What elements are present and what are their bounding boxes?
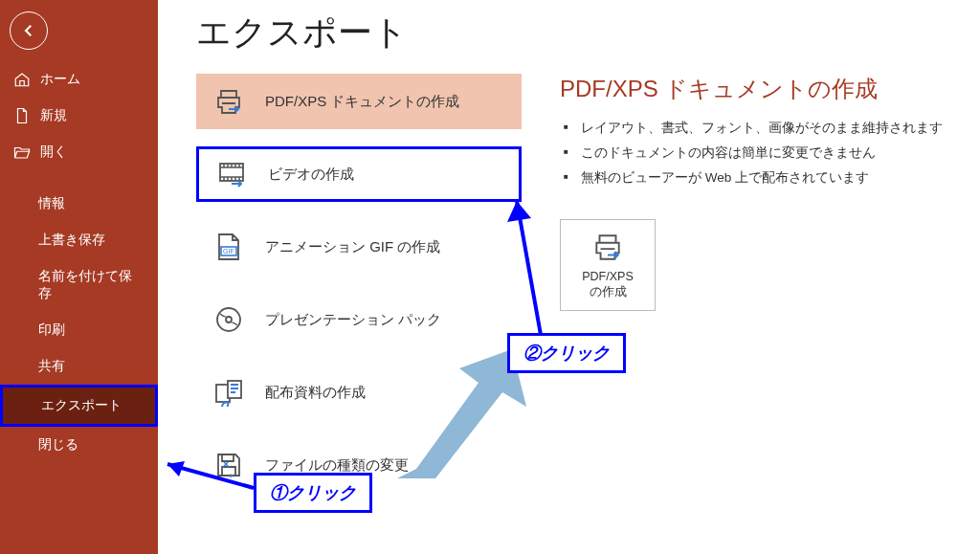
handout-icon — [213, 377, 244, 408]
export-option-changetype[interactable]: ファイルの種類の変更 — [196, 437, 522, 493]
option-label: 配布資料の作成 — [265, 384, 366, 402]
sidebar-item-info[interactable]: 情報 — [0, 186, 158, 222]
sidebar-item-saveas[interactable]: 名前を付けて保存 — [0, 258, 158, 312]
option-label: ビデオの作成 — [268, 166, 354, 184]
printer-arrow-icon — [213, 86, 244, 117]
export-option-video[interactable]: ビデオの作成 — [196, 146, 522, 202]
disc-icon — [213, 304, 244, 335]
svg-text:GIF: GIF — [223, 248, 234, 255]
app-root: ホーム 新規 開く 情報 上書き保存 名前を付けて保存 印刷 共有 エクスポート… — [0, 0, 980, 554]
export-option-handout[interactable]: 配布資料の作成 — [196, 365, 522, 420]
create-pdfxps-button[interactable]: PDF/XPS の作成 — [560, 219, 656, 311]
sidebar-item-print[interactable]: 印刷 — [0, 312, 158, 348]
home-icon — [13, 71, 31, 88]
export-content-row: PDF/XPS ドキュメントの作成 ビデオの作成 GIF アニメーション GIF… — [196, 74, 980, 493]
file-icon — [13, 107, 31, 124]
sidebar-item-home[interactable]: ホーム — [0, 61, 158, 98]
sidebar-item-close[interactable]: 閉じる — [0, 427, 158, 463]
action-tile-label: PDF/XPS の作成 — [582, 269, 634, 300]
film-arrow-icon — [216, 159, 247, 189]
save-edit-icon — [213, 450, 244, 480]
svg-point-3 — [217, 308, 240, 331]
export-option-pack[interactable]: プレゼンテーション パック — [196, 292, 522, 347]
back-arrow-icon — [20, 22, 37, 39]
backstage-sidebar: ホーム 新規 開く 情報 上書き保存 名前を付けて保存 印刷 共有 エクスポート… — [0, 0, 158, 554]
detail-bullet: このドキュメントの内容は簡単に変更できません — [560, 141, 951, 166]
option-label: アニメーション GIF の作成 — [265, 238, 440, 256]
export-detail-panel: PDF/XPS ドキュメントの作成 レイアウト、書式、フォント、画像がそのまま維… — [560, 74, 980, 493]
export-options-list: PDF/XPS ドキュメントの作成 ビデオの作成 GIF アニメーション GIF… — [196, 74, 522, 493]
sidebar-label: 開く — [40, 144, 67, 161]
sidebar-label: 新規 — [40, 107, 67, 124]
option-label: ファイルの種類の変更 — [265, 456, 409, 475]
sidebar-item-open[interactable]: 開く — [0, 134, 158, 170]
detail-bullet: レイアウト、書式、フォント、画像がそのまま維持されます — [560, 116, 951, 141]
sidebar-item-export[interactable]: エクスポート — [0, 385, 158, 427]
export-option-gif[interactable]: GIF アニメーション GIF の作成 — [196, 219, 522, 275]
detail-title: PDF/XPS ドキュメントの作成 — [560, 74, 951, 104]
sidebar-item-save[interactable]: 上書き保存 — [0, 222, 158, 258]
main-panel: エクスポート PDF/XPS ドキュメントの作成 ビデオの作成 — [158, 0, 980, 554]
option-label: プレゼンテーション パック — [265, 311, 441, 329]
sidebar-label: ホーム — [40, 71, 80, 88]
back-button[interactable] — [10, 11, 48, 50]
export-option-pdfxps[interactable]: PDF/XPS ドキュメントの作成 — [196, 74, 522, 129]
sidebar-item-new[interactable]: 新規 — [0, 98, 158, 134]
page-title: エクスポート — [196, 0, 980, 74]
gif-icon: GIF — [213, 232, 244, 262]
folder-open-icon — [13, 144, 31, 161]
printer-arrow-icon — [591, 231, 624, 263]
option-label: PDF/XPS ドキュメントの作成 — [265, 93, 459, 111]
detail-bullet: 無料のビューアーが Web 上で配布されています — [560, 166, 951, 190]
sidebar-item-share[interactable]: 共有 — [0, 348, 158, 385]
detail-bullets: レイアウト、書式、フォント、画像がそのまま維持されます このドキュメントの内容は… — [560, 116, 951, 190]
svg-marker-7 — [167, 461, 185, 476]
svg-point-4 — [226, 317, 232, 322]
